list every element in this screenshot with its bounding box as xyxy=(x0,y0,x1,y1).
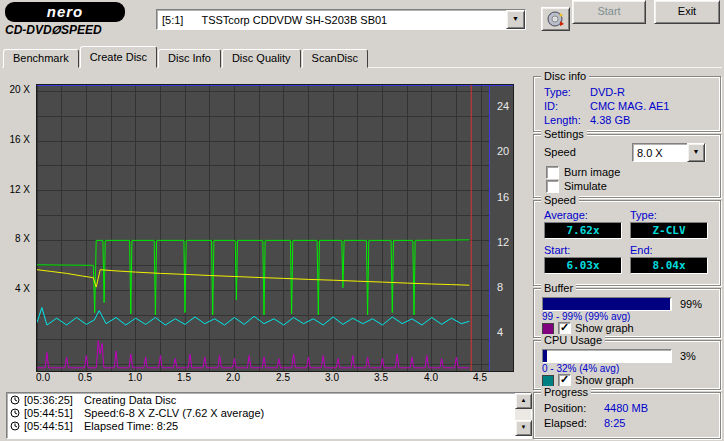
write-speed-dropdown[interactable]: 8.0 X ▼ xyxy=(632,143,706,162)
clock-icon xyxy=(10,395,20,405)
exit-button[interactable]: Exit xyxy=(654,0,720,24)
drive-select-dropdown[interactable]: [5:1]TSSTcorp CDDVDW SH-S203B SB01 ▼ xyxy=(156,9,526,30)
disc-length-row: Length:4.38 GB xyxy=(544,114,630,126)
svg-text:12: 12 xyxy=(497,236,509,248)
speed-axis-tick: 4 X xyxy=(0,283,30,294)
burn-disc-icon xyxy=(547,11,565,27)
disc-type-row: Type:DVD-R xyxy=(544,86,625,98)
chevron-down-icon[interactable]: ▼ xyxy=(506,10,525,29)
scroll-down-icon[interactable]: ▼ xyxy=(515,420,532,436)
group-title: Progress xyxy=(541,386,591,398)
svg-text:24: 24 xyxy=(497,100,509,112)
scroll-up-icon[interactable]: ▲ xyxy=(515,393,532,409)
average-label: Average: xyxy=(544,209,588,221)
position-row: Position:4480 MB xyxy=(544,402,648,414)
chevron-down-icon[interactable]: ▼ xyxy=(687,143,705,162)
log-time: [05:44:51] xyxy=(24,420,84,432)
capacity-axis-tick: 3.0 xyxy=(321,372,343,383)
tab-benchmark[interactable]: Benchmark xyxy=(3,49,79,68)
tab-strip: BenchmarkCreate DiscDisc InfoDisc Qualit… xyxy=(3,47,369,68)
clock-icon xyxy=(10,408,20,418)
create-disc-graph: 2420161284 xyxy=(37,85,513,371)
log-entry: [05:36:25] Creating Data Disc xyxy=(7,393,531,406)
log-panel: [05:36:25] Creating Data Disc [05:44:51]… xyxy=(6,392,532,439)
buffer-level-fill xyxy=(543,298,670,310)
log-entry: [05:44:51] Elapsed Time: 8:25 xyxy=(7,419,531,432)
capacity-axis-tick: 1.0 xyxy=(124,372,146,383)
nero-cd-dvd-speed-window: nero CD-DVDØSPEED [5:1]TSSTcorp CDDVDW S… xyxy=(0,0,724,441)
nero-logo: nero CD-DVDØSPEED xyxy=(5,2,137,42)
buffer-show-graph-label: Show graph xyxy=(575,322,634,334)
simulate-checkbox[interactable] xyxy=(546,180,559,193)
tab-disc-quality[interactable]: Disc Quality xyxy=(222,49,301,68)
burn-image-checkbox[interactable] xyxy=(546,166,559,179)
start-button[interactable]: Start xyxy=(572,0,646,24)
cpu-show-graph-label: Show graph xyxy=(575,374,634,386)
speed-axis-tick: 20 X xyxy=(0,84,30,95)
speed-label: Speed xyxy=(544,146,576,158)
simulate-label: Simulate xyxy=(564,180,607,192)
log-entry: [05:44:51] Speed:6-8 X Z-CLV (7.62 X ave… xyxy=(7,406,531,419)
group-title: Disc info xyxy=(541,70,589,82)
log-text: Elapsed Time: 8:25 xyxy=(84,420,178,432)
speed-group: Speed Average: Type: 7.62x Z-CLV Start: … xyxy=(533,200,721,286)
disc-id-row: ID:CMC MAG. AE1 xyxy=(544,100,669,112)
settings-group: Settings Speed 8.0 X ▼ Burn image Simula… xyxy=(533,134,721,198)
cpu-percent: 3% xyxy=(680,350,696,362)
capacity-axis-tick: 1.5 xyxy=(173,372,195,383)
start-speed-display: 6.03x xyxy=(544,257,622,274)
speed-disc-icon: Ø xyxy=(51,23,62,37)
group-title: Settings xyxy=(541,128,587,140)
write-type-display: Z-CLV xyxy=(630,222,708,239)
group-title: Speed xyxy=(541,194,579,206)
svg-text:20: 20 xyxy=(497,145,509,157)
average-speed-display: 7.62x xyxy=(544,222,622,239)
buffer-percent: 99% xyxy=(680,298,702,310)
log-scrollbar[interactable]: ▲ ▼ xyxy=(515,393,531,436)
capacity-axis-tick: 0.5 xyxy=(74,372,96,383)
end-speed-display: 8.04x xyxy=(630,257,708,274)
burn-image-label: Burn image xyxy=(564,166,620,178)
cpu-usage-fill xyxy=(543,350,547,362)
elapsed-row: Elapsed:8:25 xyxy=(544,417,625,429)
svg-text:4: 4 xyxy=(497,326,503,338)
speed-axis-tick: 12 X xyxy=(0,184,30,195)
capacity-axis-tick: 4.0 xyxy=(420,372,442,383)
speed-axis-tick: 16 X xyxy=(0,134,30,145)
speed-axis-tick: 8 X xyxy=(0,233,30,244)
type-label: Type: xyxy=(630,209,657,221)
capacity-axis-labels: 0.00.51.01.52.02.53.03.54.04.5 xyxy=(36,372,522,385)
log-text: Speed:6-8 X Z-CLV (7.62 X average) xyxy=(84,407,264,419)
end-label: End: xyxy=(630,244,653,256)
burn-disc-button[interactable] xyxy=(541,7,570,31)
log-time: [05:36:25] xyxy=(24,394,84,406)
capacity-axis-tick: 0.0 xyxy=(32,372,54,383)
log-text: Creating Data Disc xyxy=(84,394,176,406)
group-title: Buffer xyxy=(541,282,576,294)
tab-scandisc[interactable]: ScanDisc xyxy=(302,49,368,68)
cpu-usage-group: CPU Usage 3% 0 - 32% (4% avg) Show graph xyxy=(533,340,721,390)
capacity-axis-tick: 3.5 xyxy=(370,372,392,383)
cd-dvd-speed-logo: CD-DVDØSPEED xyxy=(5,23,137,37)
capacity-axis-tick: 2.5 xyxy=(272,372,294,383)
log-time: [05:44:51] xyxy=(24,407,84,419)
cpu-range: 0 - 32% (4% avg) xyxy=(542,363,619,374)
buffer-range: 99 - 99% (99% avg) xyxy=(542,311,630,322)
capacity-axis-tick: 4.5 xyxy=(469,372,491,383)
tab-create-disc[interactable]: Create Disc xyxy=(80,46,157,68)
disc-info-group: Disc info Type:DVD-R ID:CMC MAG. AE1 Len… xyxy=(533,76,721,132)
cpu-usage-bar xyxy=(542,349,672,363)
speed-axis-labels: 20 X16 X12 X8 X4 X xyxy=(0,84,32,370)
tab-disc-info[interactable]: Disc Info xyxy=(158,49,221,68)
start-label: Start: xyxy=(544,244,570,256)
group-title: CPU Usage xyxy=(541,334,605,346)
progress-group: Progress Position:4480 MB Elapsed:8:25 xyxy=(533,392,721,439)
svg-text:8: 8 xyxy=(497,281,503,293)
capacity-axis-tick: 2.0 xyxy=(222,372,244,383)
drive-select-value: [5:1]TSSTcorp CDDVDW SH-S203B SB01 xyxy=(157,14,387,26)
create-disc-chart: 2420161284 xyxy=(36,84,514,372)
nero-logo-wordmark: nero xyxy=(5,2,125,22)
buffer-level-bar xyxy=(542,297,672,311)
buffer-group: Buffer 99% 99 - 99% (99% avg) Show graph xyxy=(533,288,721,338)
svg-text:16: 16 xyxy=(497,191,509,203)
